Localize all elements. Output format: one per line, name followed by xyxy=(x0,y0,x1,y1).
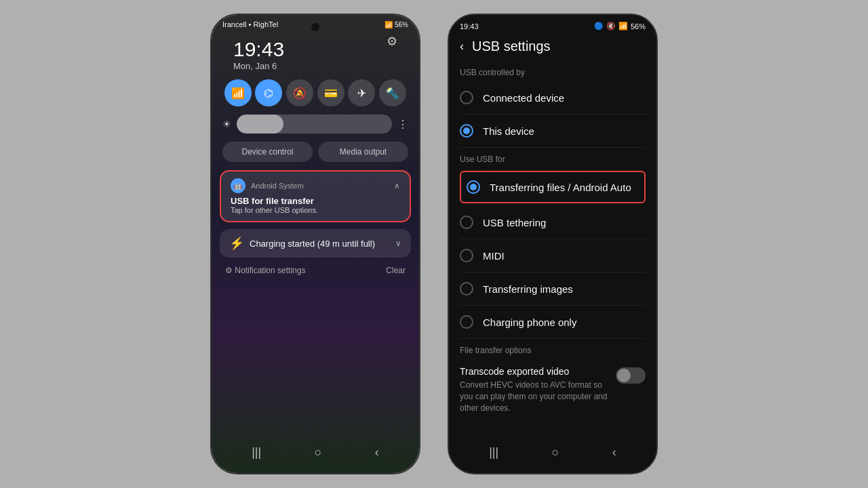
status-bar-right: 19:43 🔵 🔇 📶 56% xyxy=(449,15,656,33)
transcode-toggle[interactable] xyxy=(616,367,646,384)
usb-settings-header: ‹ USB settings xyxy=(449,33,656,61)
nav-back-right-icon[interactable]: ‹ xyxy=(612,445,616,460)
radio-usb-tethering[interactable]: USB tethering xyxy=(460,206,646,239)
brightness-row: ☀ ⋮ xyxy=(212,112,419,139)
airplane-tile[interactable]: ✈ xyxy=(348,79,375,106)
android-icon: 🤖 xyxy=(231,178,245,193)
radio-this-device-circle xyxy=(460,124,473,138)
radio-transferring-circle xyxy=(467,180,480,194)
notif-title: USB for file transfer xyxy=(231,196,400,206)
radio-midi-label: MIDI xyxy=(483,250,505,262)
radio-usb-tethering-label: USB tethering xyxy=(483,217,546,228)
use-usb-for-label: Use USB for xyxy=(460,148,646,168)
back-button[interactable]: ‹ xyxy=(460,39,464,54)
transcode-title: Transcode exported video xyxy=(460,366,609,377)
time-date-area: 19:43 Mon, Jan 6 xyxy=(222,34,295,77)
usb-notification-card[interactable]: 🤖 Android System ∧ USB for file transfer… xyxy=(220,170,411,222)
time-display: 19:43 xyxy=(233,38,284,61)
carrier-text: Irancell • RighTel xyxy=(222,20,278,28)
notif-settings-label[interactable]: ⚙ Notification settings xyxy=(225,266,305,275)
media-output-button[interactable]: Media output xyxy=(318,142,408,162)
nfc-tile[interactable]: 💳 xyxy=(317,79,344,106)
transcode-description: Convert HEVC videos to AVC format so you… xyxy=(460,380,609,413)
gear-button[interactable]: ⚙ xyxy=(376,34,408,54)
quick-tiles: 📶 ⌬ 🔕 💳 ✈ 🔦 xyxy=(212,77,419,112)
gear-icon: ⚙ xyxy=(387,34,397,49)
radio-midi-circle xyxy=(460,249,473,262)
right-phone: 19:43 🔵 🔇 📶 56% ‹ USB settings USB contr… xyxy=(448,14,658,474)
left-phone: Irancell • RighTel 📶 56% 19:43 Mon, Jan … xyxy=(210,14,420,474)
radio-charging-circle xyxy=(460,315,473,329)
charging-text: Charging started (49 m until full) xyxy=(250,239,390,249)
usb-controlled-by-label: USB controlled by xyxy=(460,61,646,81)
radio-transferring-label: Transferring files / Android Auto xyxy=(490,182,631,193)
radio-connected-device-circle xyxy=(460,91,473,104)
charging-expand-icon: ∨ xyxy=(395,239,401,248)
torch-tile[interactable]: 🔦 xyxy=(379,79,406,106)
notif-app-name: Android System xyxy=(251,182,304,190)
notif-body: Tap for other USB options. xyxy=(231,206,400,214)
radio-usb-tethering-circle xyxy=(460,216,473,229)
notif-settings-row: ⚙ Notification settings Clear xyxy=(212,262,419,279)
radio-transferring-images[interactable]: Transferring images xyxy=(460,272,646,306)
device-media-row: Device control Media output xyxy=(212,139,419,167)
toggle-knob xyxy=(617,369,631,382)
nav-recent-icon[interactable]: ||| xyxy=(252,445,261,460)
charging-card[interactable]: ⚡ Charging started (49 m until full) ∨ xyxy=(220,229,411,258)
date-display: Mon, Jan 6 xyxy=(233,61,284,71)
usb-settings-title: USB settings xyxy=(472,39,551,54)
transcode-row: Transcode exported video Convert HEVC vi… xyxy=(460,358,646,422)
radio-charging-only[interactable]: Charging phone only xyxy=(460,306,646,339)
signal-icon: 📶 xyxy=(618,22,628,30)
wifi-tile[interactable]: 📶 xyxy=(224,79,252,106)
clear-button[interactable]: Clear xyxy=(386,266,406,275)
radio-connected-device[interactable]: Connected device xyxy=(460,81,646,115)
radio-this-device[interactable]: This device xyxy=(460,115,646,148)
charging-icon: ⚡ xyxy=(229,236,244,251)
volume-status-icon: 🔇 xyxy=(606,22,616,30)
bluetooth-status-icon: 🔵 xyxy=(594,22,604,30)
more-icon[interactable]: ⋮ xyxy=(397,118,408,131)
brightness-fill xyxy=(237,115,283,134)
file-transfer-options-label: File transfer options xyxy=(460,339,646,358)
notch xyxy=(311,23,319,31)
radio-charging-label: Charging phone only xyxy=(483,317,576,328)
nav-back-icon[interactable]: ‹ xyxy=(375,445,379,460)
nav-bar-left: ||| ○ ‹ xyxy=(212,437,419,473)
status-icons-left: 📶 56% xyxy=(384,21,408,28)
bluetooth-tile[interactable]: ⌬ xyxy=(255,79,282,106)
brightness-bar[interactable] xyxy=(237,115,392,134)
radio-images-circle xyxy=(460,282,473,296)
nav-home-right-icon[interactable]: ○ xyxy=(552,445,559,460)
radio-images-label: Transferring images xyxy=(483,283,573,295)
radio-this-device-label: This device xyxy=(483,125,534,137)
nav-bar-right: ||| ○ ‹ xyxy=(449,437,656,473)
nav-home-icon[interactable]: ○ xyxy=(315,445,322,460)
usb-settings-content: USB controlled by Connected device This … xyxy=(449,61,656,437)
mute-tile[interactable]: 🔕 xyxy=(286,79,313,106)
radio-transferring-files[interactable]: Transferring files / Android Auto xyxy=(460,171,646,203)
notif-expand-icon: ∧ xyxy=(394,181,400,190)
nav-recent-right-icon[interactable]: ||| xyxy=(489,445,498,460)
device-control-button[interactable]: Device control xyxy=(222,142,313,162)
time-right: 19:43 xyxy=(460,22,479,30)
radio-midi[interactable]: MIDI xyxy=(460,239,646,272)
battery-right: 56% xyxy=(631,22,646,30)
radio-connected-device-label: Connected device xyxy=(483,92,564,104)
brightness-icon: ☀ xyxy=(222,119,231,129)
